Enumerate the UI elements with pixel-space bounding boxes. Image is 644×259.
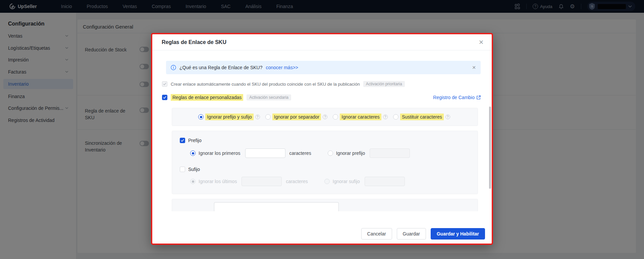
mode-ignore-separator[interactable]: Ignorar por separador ? (265, 114, 327, 120)
ignore-suffix-radio-disabled[interactable] (324, 179, 330, 184)
banner-question: ¿Qué es una Regla de Enlace de SKU? (179, 65, 263, 70)
help-icon[interactable]: ? (445, 115, 450, 119)
mode-ignore-prefix-suffix[interactable]: Ignorar prefijo y sufijo ? (198, 114, 260, 120)
close-icon[interactable]: ✕ (479, 39, 484, 46)
prefix-suffix-panel: Prefijo Ignorar los primeros caracteres … (172, 131, 478, 194)
cancel-button[interactable]: Cancelar (361, 228, 392, 240)
ignore-prefix-radio[interactable] (328, 150, 333, 156)
secondary-activation-badge: Activación secundaria (247, 94, 291, 100)
radio[interactable] (333, 114, 338, 120)
custom-rules-row: Reglas de enlace personalizadas Activaci… (162, 93, 291, 101)
modal-header: Reglas de Enlace de SKU ✕ (152, 34, 492, 50)
prefijo-checkbox-row[interactable]: Prefijo (180, 138, 202, 143)
auto-link-checkbox[interactable] (162, 81, 167, 87)
first-chars-input[interactable] (245, 148, 285, 158)
ignore-first-radio[interactable] (190, 150, 196, 156)
radio[interactable] (265, 114, 271, 120)
auto-link-label: Crear enlace automáticamente cuando el S… (171, 82, 360, 87)
prefijo-checkbox[interactable] (180, 138, 185, 143)
learn-more-link[interactable]: conocer más>> (266, 65, 299, 70)
clipped-next-panel (172, 199, 478, 211)
banner-close-icon[interactable]: ✕ (472, 65, 476, 70)
save-and-enable-button[interactable]: Guardar y Habilitar (431, 228, 485, 240)
custom-rules-checkbox[interactable] (162, 95, 167, 100)
suffix-value-input[interactable] (365, 177, 405, 186)
help-icon[interactable]: ? (255, 115, 260, 119)
modal-title: Reglas de Enlace de SKU (162, 39, 226, 45)
suffix-options-row: Ignorar los últimos caracteres Ignorar s… (190, 177, 405, 186)
info-banner: ¿Qué es una Regla de Enlace de SKU? cono… (166, 61, 481, 74)
modal-scrollbar[interactable] (489, 106, 491, 189)
radio-selected[interactable] (198, 114, 204, 120)
clipped-input-box[interactable] (214, 202, 339, 211)
mode-substitute-characters[interactable]: Sustituir caracteres ? (393, 114, 450, 120)
modal-footer: Cancelar Guardar Guardar y Habilitar (361, 228, 485, 240)
match-mode-panel: Ignorar prefijo y sufijo ? Ignorar por s… (172, 108, 478, 126)
custom-rules-label: Reglas de enlace personalizadas (171, 94, 243, 101)
mode-ignore-characters[interactable]: Ignorar caracteres ? (333, 114, 388, 120)
prefix-value-input[interactable] (370, 148, 410, 158)
prefix-options-row: Ignorar los primeros caracteres Ignorar … (190, 148, 410, 158)
auto-link-rule-row: Crear enlace automáticamente cuando el S… (162, 80, 405, 88)
external-link-icon (476, 95, 481, 100)
ignore-last-radio-disabled[interactable] (190, 179, 196, 184)
sufijo-checkbox-row[interactable]: Sufijo (180, 167, 200, 172)
sufijo-checkbox[interactable] (180, 167, 185, 172)
radio[interactable] (393, 114, 398, 120)
help-icon[interactable]: ? (383, 115, 388, 119)
sku-link-rules-modal: Reglas de Enlace de SKU ✕ ¿Qué es una Re… (151, 33, 493, 245)
priority-activation-badge: Activación prioritaria (363, 81, 405, 87)
last-chars-input[interactable] (241, 177, 282, 186)
help-icon[interactable]: ? (323, 115, 327, 119)
info-icon (171, 65, 176, 70)
save-button[interactable]: Guardar (397, 228, 426, 240)
changelog-link[interactable]: Registro de Cambio (433, 93, 481, 101)
